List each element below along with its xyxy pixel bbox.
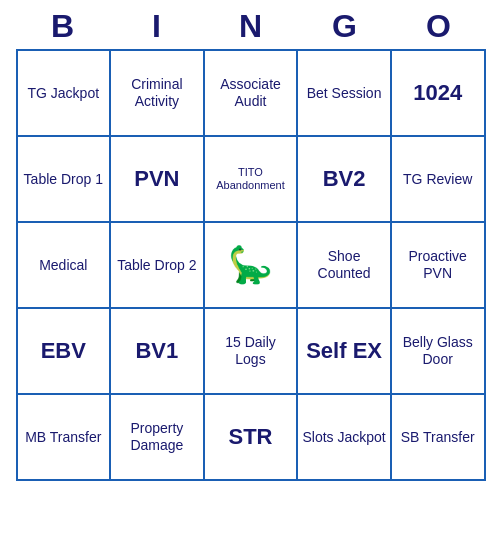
cell-r4-c1: Property Damage [110, 394, 204, 480]
letter-i: I [114, 8, 200, 45]
cell-r0-c1: Criminal Activity [110, 50, 204, 136]
cell-r2-c0: Medical [17, 222, 111, 308]
cell-r4-c2: STR [204, 394, 298, 480]
cell-r2-c2: 🦕 [204, 222, 298, 308]
letter-b: B [20, 8, 106, 45]
cell-r0-c0: TG Jackpot [17, 50, 111, 136]
cell-r2-c1: Table Drop 2 [110, 222, 204, 308]
cell-r2-c4: Proactive PVN [391, 222, 485, 308]
cell-r2-c3: Shoe Counted [297, 222, 391, 308]
cell-r0-c3: Bet Session [297, 50, 391, 136]
bingo-title-row: B I N G O [16, 0, 486, 49]
letter-o: O [396, 8, 482, 45]
cell-r3-c0: EBV [17, 308, 111, 394]
cell-r1-c1: PVN [110, 136, 204, 222]
cell-r1-c4: TG Review [391, 136, 485, 222]
cell-r0-c2: Associate Audit [204, 50, 298, 136]
cell-r4-c3: Slots Jackpot [297, 394, 391, 480]
cell-r3-c4: Belly Glass Door [391, 308, 485, 394]
cell-r3-c1: BV1 [110, 308, 204, 394]
cell-r0-c4: 1024 [391, 50, 485, 136]
dino-icon: 🦕 [228, 244, 273, 285]
cell-r1-c2: TITO Abandonment [204, 136, 298, 222]
cell-r4-c4: SB Transfer [391, 394, 485, 480]
cell-r1-c0: Table Drop 1 [17, 136, 111, 222]
cell-r4-c0: MB Transfer [17, 394, 111, 480]
cell-r3-c3: Self EX [297, 308, 391, 394]
bingo-grid: TG JackpotCriminal ActivityAssociate Aud… [16, 49, 486, 481]
letter-n: N [208, 8, 294, 45]
cell-r3-c2: 15 Daily Logs [204, 308, 298, 394]
letter-g: G [302, 8, 388, 45]
cell-r1-c3: BV2 [297, 136, 391, 222]
